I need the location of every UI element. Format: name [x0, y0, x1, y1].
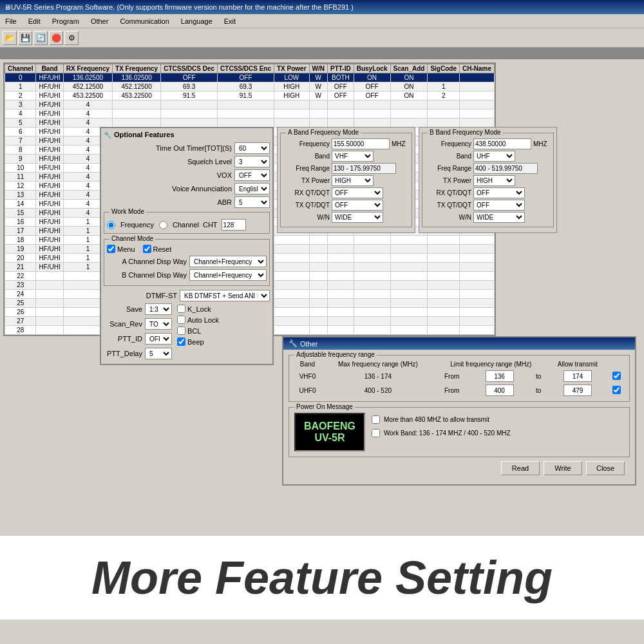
channel-mode-box: Channel Mode Menu Reset A Channel Disp W… [104, 239, 270, 286]
menu-bar: File Edit Program Other Communication La… [0, 14, 644, 28]
toolbar-btn-settings[interactable]: ⚙ [64, 31, 79, 45]
table-row[interactable]: 2HF/UHI453.22500453.2250091.591.5HIGHWOF… [5, 91, 495, 100]
ptt-delay-select[interactable]: 5 [145, 348, 172, 359]
aband-wn-select[interactable]: WIDE [332, 212, 383, 223]
freq-from-input[interactable] [486, 370, 514, 382]
abr-select[interactable]: 5 [234, 196, 270, 208]
freq-table-body: VHF0136 - 174FromtoUHF0400 - 520Fromto [293, 369, 625, 397]
write-button[interactable]: Write [544, 461, 582, 475]
toolbar-btn-open[interactable]: 📂 [3, 31, 17, 45]
freq-range-box: Adjustable frequency range Band Max freq… [289, 355, 630, 402]
table-row[interactable]: 4HF/UHI4 [5, 109, 495, 118]
bband-band-select[interactable]: UHF [473, 151, 515, 162]
bband-txqt-select[interactable]: OFF [473, 200, 525, 211]
voice-select[interactable]: English [234, 183, 270, 194]
other-dialog-title-text: Other [300, 340, 318, 348]
beep-label[interactable]: Beep [177, 337, 219, 346]
scan-rev-label: Scan_Rev [104, 320, 142, 328]
bband-rxqt-select[interactable]: OFF [473, 187, 525, 198]
toolbar-btn-refresh[interactable]: 🔄 [33, 31, 48, 45]
read-button[interactable]: Read [501, 461, 540, 475]
freq-table-header: Band Max frequency range (MHz) Limit fre… [293, 359, 625, 369]
option1-label[interactable]: More than 480 MHZ to allow transmit [372, 415, 511, 424]
cht-input[interactable] [222, 219, 246, 231]
scan-rev-select[interactable]: TO [145, 318, 172, 330]
radio-frequency[interactable] [107, 221, 115, 229]
reset-checkbox[interactable] [143, 245, 151, 253]
k-lock-checkbox[interactable] [177, 305, 185, 313]
save-select[interactable]: 1:3 [145, 303, 172, 315]
aband-txpower-select[interactable]: HIGH [332, 175, 374, 186]
option2-checkbox[interactable] [372, 429, 380, 437]
k-lock-label[interactable]: K_Lock [177, 305, 219, 313]
table-row[interactable]: 3HF/UHI4 [5, 100, 495, 109]
ptt-id-select[interactable]: OFF [145, 333, 172, 345]
table-row[interactable]: 0HF/UHI136.02500136.02500OFFOFFLOWWBOTHO… [5, 73, 495, 82]
watermark: More Feature Setting [0, 536, 644, 620]
option2-label[interactable]: Work Band: 136 - 174 MHZ / 400 - 520 MHZ [372, 429, 511, 437]
ptt-id-row: PTT_ID OFF [104, 333, 172, 345]
ptt-delay-row: PTT_Delay 5 [104, 348, 172, 359]
table-row[interactable]: 5HF/UHI4 [5, 118, 495, 128]
power-on-display: BAOFENG UV-5R [294, 413, 365, 451]
aband-rxqt-select[interactable]: OFF [332, 187, 383, 198]
menu-edit[interactable]: Edit [26, 17, 43, 26]
aband-band-select[interactable]: VHF [332, 151, 374, 162]
bband-txqt-row: TX QT/DQT OFF [425, 200, 551, 211]
bcl-checkbox[interactable] [177, 327, 185, 335]
freq-to-input[interactable] [564, 370, 592, 382]
close-button[interactable]: Close [586, 461, 625, 475]
menu-language[interactable]: Language [178, 17, 215, 26]
menu-program[interactable]: Program [50, 17, 82, 26]
ptt-delay-label: PTT_Delay [104, 350, 142, 357]
bband-freq-input[interactable] [473, 138, 531, 149]
menu-file[interactable]: File [3, 17, 19, 26]
cht-label: CHT [203, 221, 218, 229]
b-channel-select[interactable]: Channel+Frequency [189, 269, 267, 281]
dtmf-select[interactable]: KB DTMFST + Send ANI DTM [180, 290, 270, 301]
toolbar-btn-stop[interactable]: 🛑 [49, 31, 63, 45]
aband-txqt-select[interactable]: OFF [332, 200, 383, 211]
bcl-label[interactable]: BCL [177, 327, 219, 335]
freq-table: Band Max frequency range (MHz) Limit fre… [293, 359, 625, 397]
bband-freqrange-row: Freq Range [425, 163, 551, 174]
tot-select[interactable]: 60 [234, 142, 270, 154]
col-scanadd: Scan_Add [390, 64, 428, 73]
menu-other[interactable]: Other [88, 17, 111, 26]
auto-lock-checkbox[interactable] [177, 316, 185, 324]
auto-lock-label[interactable]: Auto Lock [177, 316, 219, 324]
menu-checkbox[interactable] [107, 245, 115, 253]
menu-exit[interactable]: Exit [222, 17, 238, 26]
b-channel-row: B Channel Disp Way Channel+Frequency [107, 269, 267, 281]
other-dialog-content: Adjustable frequency range Band Max freq… [283, 350, 635, 484]
col-tx: TX Frequency [113, 64, 161, 73]
col-band: Band [36, 64, 63, 73]
freq-to-input[interactable] [564, 384, 592, 396]
aband-freqrange-input [332, 163, 396, 174]
col-allow-header: Allow transmit [548, 359, 608, 369]
reset-check-label[interactable]: Reset [143, 245, 172, 253]
menu-check-label[interactable]: Menu [107, 245, 135, 253]
aband-freq-input[interactable] [332, 138, 390, 149]
allow-checkbox[interactable] [612, 386, 621, 394]
a-channel-select[interactable]: Channel+Frequency [189, 256, 267, 267]
col-pttid: PTT-ID [328, 64, 354, 73]
menu-communication[interactable]: Communication [117, 17, 171, 26]
abr-label: ABR [155, 198, 232, 206]
vox-select[interactable]: OFF [234, 169, 270, 181]
bband-wn-select[interactable]: WIDE [473, 212, 525, 223]
b-channel-label: B Channel Disp Way [109, 271, 187, 279]
aband-txqt-row: TX QT/DQT OFF [283, 200, 409, 211]
allow-checkbox[interactable] [612, 372, 621, 380]
bband-txpower-select[interactable]: HIGH [473, 175, 515, 186]
radio-channel[interactable] [159, 221, 167, 229]
beep-checkbox[interactable] [177, 337, 185, 346]
table-row[interactable]: 1HF/UHI452.12500452.1250069.369.3HIGHWOF… [5, 82, 495, 91]
option1-checkbox[interactable] [372, 415, 380, 424]
toolbar-btn-save[interactable]: 💾 [18, 31, 32, 45]
freq-from-input[interactable] [486, 384, 514, 396]
option2-text: Work Band: 136 - 174 MHZ / 400 - 520 MHZ [384, 430, 511, 437]
col-ctcss-enc: CTCSS/DCS Enc [218, 64, 274, 73]
squelch-select[interactable]: 3 [234, 156, 270, 167]
option1-text: More than 480 MHZ to allow transmit [384, 416, 489, 423]
